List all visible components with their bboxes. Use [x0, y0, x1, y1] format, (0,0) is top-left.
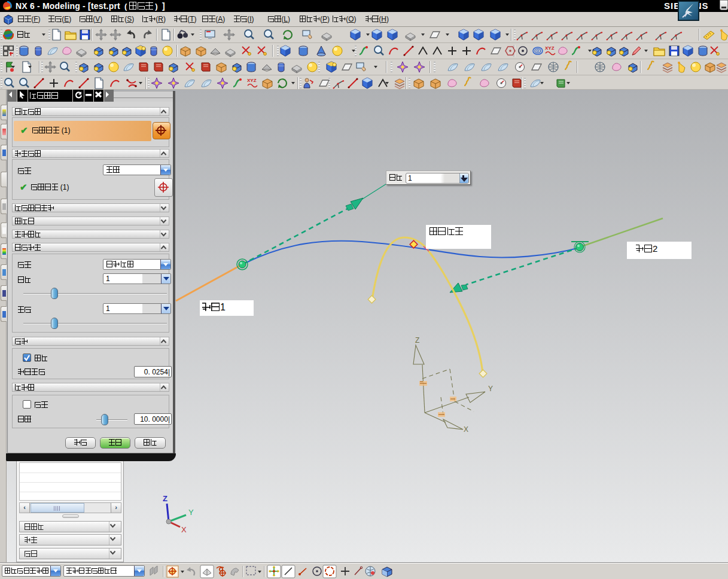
svg-text:Z: Z [415, 336, 419, 345]
svg-text:Y: Y [488, 385, 493, 393]
svg-text:Y: Y [188, 508, 194, 517]
svg-text:Z: Z [163, 494, 167, 503]
svg-text:X: X [181, 525, 187, 534]
svg-text:X: X [464, 425, 468, 434]
